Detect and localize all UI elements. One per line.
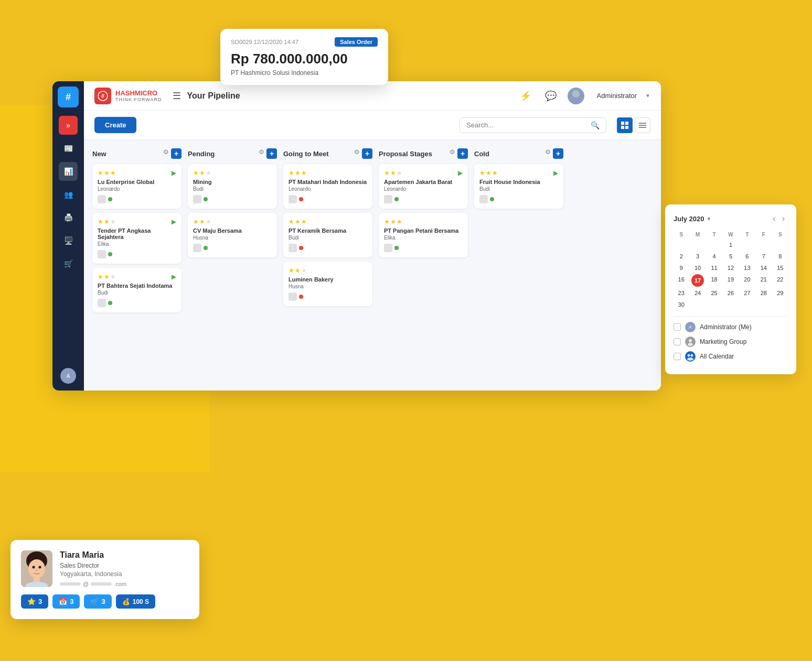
cal-day-25[interactable]: 25	[707, 288, 722, 298]
cal-day-5[interactable]: 5	[723, 251, 738, 262]
cal-day-7[interactable]: 7	[756, 251, 771, 262]
cal-day-28[interactable]: 28	[756, 288, 771, 298]
card-title: Tender PT Angkasa Sejahtera	[98, 227, 176, 240]
card-cv-maju[interactable]: ★ ★ ★ CV Maju Bersama Husna	[188, 213, 277, 257]
filter-checkbox-all[interactable]	[674, 353, 681, 360]
cal-day-4[interactable]: 4	[707, 251, 722, 262]
user-role: Sales Director	[60, 562, 126, 569]
create-button[interactable]: Create	[94, 117, 136, 133]
cal-day-16[interactable]: 16	[674, 274, 689, 287]
column-pending: Pending ⚙ + ★ ★ ★ Mining B	[188, 148, 277, 382]
cal-day-3[interactable]: 3	[690, 251, 705, 262]
column-add-proposal[interactable]: +	[457, 148, 468, 159]
lightning-icon[interactable]: ⚡	[517, 88, 534, 104]
cal-day-21[interactable]: 21	[756, 274, 771, 287]
column-gear-going[interactable]: ⚙	[354, 148, 360, 159]
menu-icon[interactable]: ☰	[173, 90, 181, 102]
card-lu-enterprise[interactable]: ★ ★ ★ ▶ Lu Enterprise Global Leonardo	[92, 164, 181, 209]
badge-stars[interactable]: ⭐ 3	[21, 594, 48, 609]
cal-day-12[interactable]: 12	[723, 263, 738, 273]
list-view-button[interactable]	[635, 117, 650, 133]
svg-rect-9	[639, 125, 646, 126]
column-gear-cold[interactable]: ⚙	[545, 148, 551, 159]
cal-day-6[interactable]: 6	[740, 251, 755, 262]
cal-day-13[interactable]: 13	[740, 263, 755, 273]
card-bahtera-sejati[interactable]: ★ ★ ★ ▶ PT Bahtera Sejati Indotama Budi	[92, 268, 181, 312]
cal-day-2[interactable]: 2	[674, 251, 689, 262]
cal-day-9[interactable]: 9	[674, 263, 689, 273]
card-tender-angkasa[interactable]: ★ ★ ★ ▶ Tender PT Angkasa Sejahtera Elik…	[92, 213, 181, 264]
sidebar-icon-users[interactable]: 👥	[59, 185, 78, 204]
search-box[interactable]: 🔍	[460, 117, 606, 133]
cal-day-24[interactable]: 24	[690, 288, 705, 298]
card-matahari[interactable]: ★ ★ ★ PT Matahari Indah Indonesia Leonar…	[283, 164, 372, 209]
sidebar-icon-chevron[interactable]: »	[59, 116, 78, 135]
sidebar-icon-print[interactable]: 🖨️	[59, 208, 78, 227]
column-gear-pending[interactable]: ⚙	[259, 148, 264, 159]
cal-day-23[interactable]: 23	[674, 288, 689, 298]
sidebar-icon-chart[interactable]: 📊	[59, 162, 78, 181]
cal-day-30[interactable]: 30	[674, 299, 689, 310]
kanban-view-button[interactable]	[617, 117, 633, 133]
sidebar-icon-screen[interactable]: 🖥️	[59, 231, 78, 250]
svg-rect-4	[621, 122, 624, 125]
column-gear-proposal[interactable]: ⚙	[450, 148, 455, 159]
sidebar-logo[interactable]: #	[58, 86, 79, 107]
user-name[interactable]: Administrator	[597, 92, 637, 100]
cal-day-10[interactable]: 10	[690, 263, 705, 273]
card-luminen[interactable]: ★ ★ ★ Luminen Bakery Husna	[283, 262, 372, 306]
cal-day-1[interactable]: 1	[723, 240, 738, 250]
cal-day-14[interactable]: 14	[756, 263, 771, 273]
column-add-cold[interactable]: +	[553, 148, 563, 159]
filter-administrator: A Administrator (Me)	[674, 322, 788, 332]
column-add-new[interactable]: +	[171, 148, 181, 159]
filter-checkbox-marketing[interactable]	[674, 338, 681, 345]
card-keramik[interactable]: ★ ★ ★ PT Keramik Bersama Budi	[283, 213, 372, 257]
card-pangan-petani[interactable]: ★ ★ ★ PT Pangan Petani Bersama Elika	[379, 213, 468, 257]
svg-point-13	[688, 354, 690, 357]
user-email: @ .com	[60, 581, 126, 587]
card-mining[interactable]: ★ ★ ★ Mining Budi	[188, 164, 277, 209]
sidebar-icon-avatar[interactable]: A	[59, 366, 78, 385]
calendar-prev[interactable]: ‹	[770, 213, 778, 224]
sidebar-icon-cart[interactable]: 🛒	[59, 254, 78, 273]
cal-day-18[interactable]: 18	[707, 274, 722, 287]
column-add-pending[interactable]: +	[266, 148, 277, 159]
cal-day-29[interactable]: 29	[773, 288, 788, 298]
filter-checkbox-admin[interactable]	[674, 323, 681, 331]
status-dot	[299, 197, 303, 201]
card-apartemen[interactable]: ★ ★ ★ ▶ Apartemen Jakarta Barat Leonardo	[379, 164, 468, 209]
cal-day-11[interactable]: 11	[707, 263, 722, 273]
chat-icon[interactable]: 💬	[542, 88, 559, 104]
search-icon[interactable]: 🔍	[591, 121, 600, 129]
card-stars: ★ ★ ★	[289, 267, 307, 274]
calendar-grid: S M T W T F S 1 2 3 4 5 6 7 8 9 10 11 12…	[674, 231, 788, 310]
cal-day-27[interactable]: 27	[740, 288, 755, 298]
card-person: Budi	[193, 186, 272, 192]
cal-day-19[interactable]: 19	[723, 274, 738, 287]
cal-day-17-today[interactable]: 17	[691, 274, 704, 287]
coin-icon: 💰	[122, 598, 130, 605]
card-avatar	[384, 244, 392, 252]
cal-day-22[interactable]: 22	[773, 274, 788, 287]
cal-day-15[interactable]: 15	[773, 263, 788, 273]
user-dropdown-arrow[interactable]: ▼	[645, 93, 650, 99]
badge-cart[interactable]: 🛒 3	[84, 594, 111, 609]
column-gear-new[interactable]: ⚙	[163, 148, 169, 159]
user-avatar[interactable]	[568, 88, 584, 104]
calendar-next[interactable]: ›	[779, 213, 788, 224]
card-person: Budi	[479, 186, 558, 192]
calendar-dropdown-arrow[interactable]: ▼	[707, 216, 712, 222]
sidebar-icon-news[interactable]: 📰	[59, 139, 78, 158]
search-input[interactable]	[466, 121, 586, 129]
card-fruit-house[interactable]: ★ ★ ★ ▶ Fruit House Indonesia Budi	[474, 164, 563, 209]
filter-all-calendar: All Calendar	[674, 351, 788, 362]
badge-calendar[interactable]: 📅 3	[52, 594, 80, 609]
column-going-to-meet: Going to Meet ⚙ + ★ ★ ★ PT Matahari	[283, 148, 372, 382]
column-add-going[interactable]: +	[362, 148, 372, 159]
cal-day-8[interactable]: 8	[773, 251, 788, 262]
cal-day-20[interactable]: 20	[740, 274, 755, 287]
badge-score[interactable]: 💰 100 S	[116, 594, 155, 609]
column-title-pending: Pending	[188, 150, 215, 158]
cal-day-26[interactable]: 26	[723, 288, 738, 298]
